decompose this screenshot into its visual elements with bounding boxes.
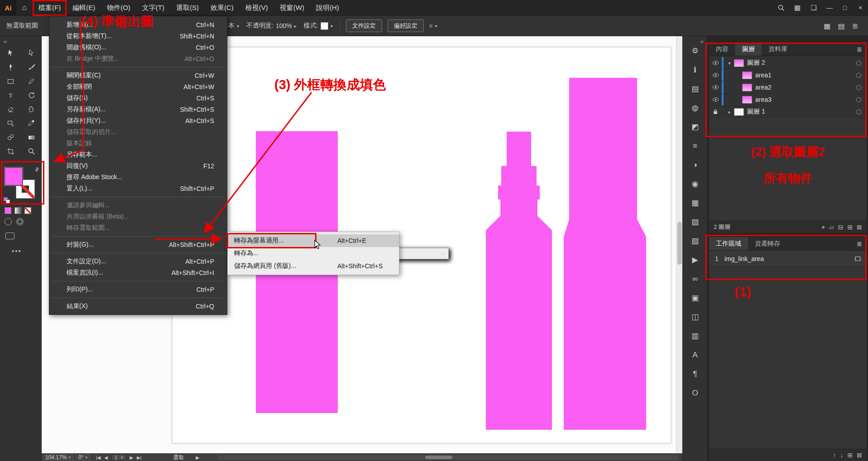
menu-effect[interactable]: 效果(C): [205, 0, 240, 16]
export-submenu-item[interactable]: 轉存為...: [228, 247, 399, 260]
style-swatch[interactable]: [321, 22, 328, 30]
export-submenu-item[interactable]: 轉存為螢幕適用... Alt+Ctrl+E: [228, 234, 399, 247]
eyedropper-tool[interactable]: [26, 119, 37, 127]
horizontal-scrollbar[interactable]: [217, 455, 679, 460]
visibility-eye-icon[interactable]: [709, 73, 722, 77]
magenta-bottle-shape-small[interactable]: [486, 132, 552, 430]
new-layer-icon[interactable]: ⊞: [848, 223, 853, 231]
grid-view-icon[interactable]: ▦: [824, 22, 830, 30]
layer-row-layer-2[interactable]: 圖層 2: [709, 57, 867, 69]
tab-layers[interactable]: 圖層: [735, 43, 762, 56]
file-menu-item[interactable]: 從範本新增(T)... Shift+Ctrl+N ›: [49, 30, 227, 42]
gradient-tool[interactable]: [26, 133, 37, 141]
panel-menu-icon[interactable]: ≣: [852, 43, 867, 56]
tab-libraries[interactable]: 資料庫: [762, 43, 794, 56]
default-fill-stroke-icon[interactable]: [4, 197, 10, 204]
file-menu-item[interactable]: 文件設定(D)... Alt+Ctrl+P ›: [49, 256, 227, 267]
rows-view-icon[interactable]: ▤: [838, 22, 844, 30]
file-menu-item[interactable]: 結束(X) Ctrl+Q ›: [49, 300, 227, 312]
artboard-icon[interactable]: [854, 256, 861, 261]
file-menu-item[interactable]: 回復(V) F12 ›: [49, 160, 227, 171]
opacity-value[interactable]: 100%: [276, 22, 292, 29]
file-menu-item[interactable]: 開啟舊檔(O)... Ctrl+O ›: [49, 42, 227, 53]
file-menu-item[interactable]: 搜尋 Adobe Stock... ›: [49, 171, 227, 183]
visibility-eye-icon[interactable]: [709, 61, 722, 65]
zoom-level-control[interactable]: 104.17% ▾: [42, 454, 75, 461]
gradient-panel-icon[interactable]: ▥: [687, 331, 703, 341]
status-expand-icon[interactable]: ▶: [196, 455, 200, 460]
file-menu-item[interactable]: 全部關閉 Alt+Ctrl+W ›: [49, 81, 227, 92]
tab-asset-export[interactable]: 資產轉存: [748, 237, 787, 250]
tab-properties[interactable]: 內容: [709, 43, 735, 56]
layer-row-area1[interactable]: area1: [709, 69, 867, 81]
edit-toolbar-icon[interactable]: •••: [12, 247, 22, 255]
layer-target-icon[interactable]: [856, 85, 861, 90]
file-menu-item[interactable]: 邀請參與編輯... ›: [49, 200, 227, 211]
menu-object[interactable]: 物件(O): [101, 0, 136, 16]
layer-name[interactable]: 圖層 2: [747, 59, 856, 67]
shape-builder-tool[interactable]: [5, 119, 16, 127]
layer-name[interactable]: area3: [755, 96, 856, 103]
draw-behind-icon[interactable]: [16, 218, 24, 225]
draw-normal-icon[interactable]: [5, 218, 12, 225]
color-panel-icon[interactable]: ◑: [687, 160, 703, 170]
minimize-button[interactable]: —: [822, 0, 837, 16]
zoom-tool[interactable]: [26, 147, 37, 155]
menu-type[interactable]: 文字(T): [136, 0, 170, 16]
color-guide-icon[interactable]: ◉: [687, 179, 703, 189]
layer-target-icon[interactable]: [856, 109, 861, 114]
vertical-scrollbar[interactable]: [676, 36, 682, 453]
eraser-tool[interactable]: [5, 105, 16, 113]
next-artboard-icon[interactable]: ▶: [130, 455, 134, 460]
opentype-panel-icon[interactable]: O: [687, 388, 703, 398]
delete-selection-icon[interactable]: ⊠: [857, 223, 862, 231]
style-control[interactable]: 樣式: ▾: [304, 22, 333, 30]
color-mode-none[interactable]: [24, 207, 31, 214]
horizontal-scrollbar-thumb[interactable]: [425, 456, 452, 459]
delete-artboard-icon[interactable]: ⊠: [857, 451, 862, 459]
artboard-tool[interactable]: [5, 147, 16, 155]
layer-row-area2[interactable]: area2: [709, 81, 867, 94]
file-menu-item[interactable]: ›: [49, 250, 227, 256]
info-panel-icon[interactable]: ℹ: [687, 65, 703, 75]
layer-target-icon[interactable]: [856, 61, 861, 66]
file-menu-item[interactable]: 儲存選取的切片... ›: [49, 126, 227, 138]
hand-tool[interactable]: [26, 105, 37, 113]
expand-chevron-icon[interactable]: [726, 61, 733, 66]
stroke-panel-icon[interactable]: ≡: [687, 141, 703, 151]
file-menu-item[interactable]: 新增(N)... Ctrl+N ›: [49, 19, 227, 30]
menu-file[interactable]: 檔案(F): [33, 0, 67, 16]
file-menu-item[interactable]: 另存新檔(A)... Shift+Ctrl+S ›: [49, 104, 227, 115]
make-clipping-mask-icon[interactable]: ▱: [829, 223, 834, 231]
direct-selection-tool[interactable]: [26, 49, 37, 57]
last-artboard-icon[interactable]: ▶|: [137, 455, 141, 460]
character-panel-icon[interactable]: A: [687, 350, 703, 360]
file-menu-item[interactable]: 置入(L)... Shift+Ctrl+P ›: [49, 183, 227, 194]
move-down-icon[interactable]: ↓: [840, 451, 844, 459]
opacity-control[interactable]: 不透明度: 100% ▸: [246, 22, 297, 30]
new-sublayer-icon[interactable]: ⊟: [838, 223, 844, 231]
symbols-panel-icon[interactable]: ▧: [687, 236, 703, 246]
visibility-eye-icon[interactable]: [709, 97, 722, 102]
home-icon[interactable]: ⌂: [16, 3, 33, 12]
magenta-bottle-shape-large[interactable]: [564, 78, 646, 430]
file-menu-item[interactable]: 另存範本... ›: [49, 149, 227, 160]
document-info-icon[interactable]: ▤: [687, 84, 703, 94]
file-menu-item[interactable]: 轉存選取範圍... ›: [49, 222, 227, 233]
close-button[interactable]: ×: [853, 0, 868, 16]
tab-artboards[interactable]: 工作區域: [709, 237, 748, 250]
list-options-icon[interactable]: ≣: [852, 22, 858, 30]
actions-panel-icon[interactable]: ▶: [687, 255, 703, 265]
layer-target-icon[interactable]: [856, 97, 861, 102]
blend-tool[interactable]: [5, 133, 16, 141]
panel-menu-icon[interactable]: ≣: [852, 237, 867, 250]
expand-chevron-icon[interactable]: [726, 109, 733, 114]
layer-name[interactable]: area1: [755, 71, 856, 79]
file-menu-item[interactable]: ›: [49, 295, 227, 300]
color-mode-color[interactable]: [5, 207, 11, 214]
file-menu-item[interactable]: 共用以供審核 (Beta)... ›: [49, 211, 227, 222]
file-menu-item[interactable]: 儲存拷貝(Y)... Alt+Ctrl+S ›: [49, 115, 227, 126]
file-menu-item[interactable]: 在 Bridge 中瀏覽... Alt+Ctrl+O ›: [49, 53, 227, 64]
rotation-control[interactable]: 0° ▾: [75, 454, 91, 461]
graphic-styles-icon[interactable]: ◩: [687, 122, 703, 132]
